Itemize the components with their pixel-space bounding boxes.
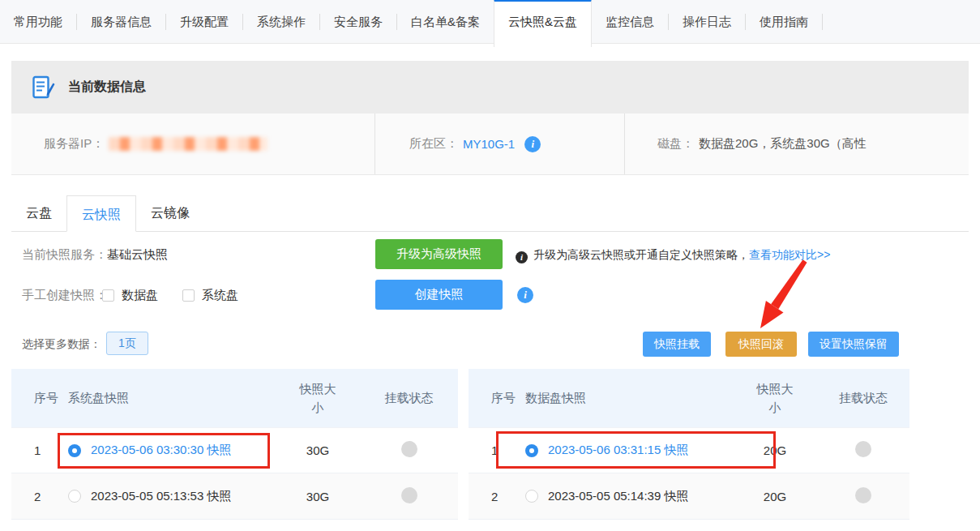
- snapshot-service-label: 当前快照服务：: [22, 239, 107, 270]
- table-header: 序号 系统盘快照 快照大小 挂载状态: [11, 369, 458, 428]
- upgrade-notice: i升级为高级云快照或开通自定义快照策略，查看功能对比>>: [516, 239, 830, 270]
- mount-status-dot: [855, 487, 871, 503]
- col-size-label: 快照大小: [755, 379, 794, 418]
- snapshot-service-value: 基础云快照: [107, 239, 168, 270]
- col-index: 序号: [469, 391, 525, 406]
- col-status: 挂载状态: [817, 391, 909, 406]
- snapshot-size: 20G: [733, 490, 817, 503]
- col-status: 挂载状态: [360, 391, 458, 406]
- snapshot-name: 2023-05-05 05:14:39 快照: [548, 489, 688, 504]
- radio-selected[interactable]: [68, 444, 81, 457]
- col-name: 系统盘快照: [68, 391, 276, 406]
- document-edit-icon: [32, 75, 55, 100]
- current-data-header: 当前数据信息: [11, 61, 969, 113]
- snapshot-size: 30G: [276, 490, 360, 503]
- server-ip-cell: 服务器IP：: [11, 113, 374, 174]
- data-disk-checkbox[interactable]: 数据盘: [102, 288, 158, 303]
- checkbox-icon[interactable]: [182, 289, 195, 302]
- radio-unselected[interactable]: [68, 490, 81, 503]
- tab-server-info[interactable]: 服务器信息: [77, 0, 165, 44]
- disk-value: 数据盘20G，系统盘30G（高性: [699, 136, 867, 152]
- tab-cloud-snapshot-disk[interactable]: 云快照&云盘: [494, 0, 592, 47]
- radio-unselected[interactable]: [525, 490, 538, 503]
- row-index: 2: [11, 490, 68, 503]
- col-size-label: 快照大小: [298, 379, 337, 418]
- notice-text: 升级为高级云快照或开通自定义快照策略，: [533, 248, 749, 261]
- feature-compare-link[interactable]: 查看功能对比>>: [749, 248, 830, 261]
- table-row: 2 2023-05-05 05:14:39 快照 20G: [469, 473, 909, 520]
- snapshot-mount-button[interactable]: 快照挂载: [643, 332, 711, 357]
- tab-security-service[interactable]: 安全服务: [320, 0, 396, 44]
- checkbox-icon[interactable]: [102, 289, 114, 302]
- more-data-label: 选择更多数据：: [22, 329, 101, 358]
- top-tab-bar: 常用功能 服务器信息 升级配置 系统操作 安全服务 白名单&备案 云快照&云盘 …: [0, 0, 980, 44]
- mount-status-dot: [855, 441, 871, 457]
- snapshot-retention-button[interactable]: 设置快照保留: [808, 332, 899, 357]
- system-disk-snapshot-table: 序号 系统盘快照 快照大小 挂载状态 1 2023-05-06 03:30:30…: [11, 369, 458, 520]
- page-1-button[interactable]: 1页: [106, 332, 148, 355]
- snapshot-management-page: 常用功能 服务器信息 升级配置 系统操作 安全服务 白名单&备案 云快照&云盘 …: [0, 0, 980, 531]
- data-disk-checkbox-label: 数据盘: [122, 288, 158, 303]
- create-snapshot-button[interactable]: 创建快照: [375, 280, 503, 310]
- tab-divider: [822, 14, 823, 30]
- disk-cell: 磁盘： 数据盘20G，系统盘30G（高性: [624, 113, 969, 174]
- data-disk-snapshot-table: 序号 数据盘快照 快照大小 挂载状态 1 2023-05-06 03:31:15…: [469, 369, 909, 520]
- snapshot-link[interactable]: 2023-05-06 03:31:15 快照: [548, 443, 688, 458]
- snapshot-rollback-button[interactable]: 快照回滚: [725, 332, 797, 357]
- row-index: 1: [469, 443, 525, 457]
- tab-upgrade-config[interactable]: 升级配置: [166, 0, 242, 44]
- col-index: 序号: [11, 391, 68, 406]
- zone-value: MY10G-1: [463, 137, 515, 151]
- radio-selected[interactable]: [525, 444, 538, 457]
- row-index: 2: [469, 490, 525, 503]
- mount-status-dot: [401, 441, 417, 457]
- table-row: 2 2023-05-05 05:13:53 快照 30G: [11, 473, 458, 520]
- zone-cell: 所在区： MY10G-1 i: [374, 113, 624, 174]
- tab-monitoring-info[interactable]: 监控信息: [592, 0, 668, 44]
- row-index: 1: [11, 443, 68, 457]
- subtab-cloud-disk[interactable]: 云盘: [11, 195, 66, 231]
- tab-common-functions[interactable]: 常用功能: [0, 0, 76, 44]
- zone-info-icon[interactable]: i: [524, 136, 541, 152]
- snapshot-size: 20G: [733, 443, 817, 457]
- table-row: 1 2023-05-06 03:30:30 快照 30G: [11, 428, 458, 473]
- table-header: 序号 数据盘快照 快照大小 挂载状态: [469, 369, 909, 428]
- system-disk-checkbox-label: 系统盘: [202, 288, 238, 303]
- snapshot-size: 30G: [276, 443, 360, 457]
- tab-system-operation[interactable]: 系统操作: [243, 0, 319, 44]
- sub-tab-bar: 云盘 云快照 云镜像: [11, 195, 969, 232]
- manual-create-row: 手工创建快照： 数据盘 系统盘 创建快照 i: [11, 280, 969, 310]
- zone-label: 所在区：: [409, 136, 458, 152]
- toolbar-row: 选择更多数据： 1页 快照挂载 快照回滚 设置快照保留: [11, 329, 969, 358]
- col-size: 快照大小: [733, 379, 817, 418]
- disk-label: 磁盘：: [657, 136, 694, 152]
- table-row: 1 2023-05-06 03:31:15 快照 20G: [469, 428, 909, 473]
- server-info-row: 服务器IP： 所在区： MY10G-1 i 磁盘： 数据盘20G，系统盘30G（…: [11, 113, 969, 175]
- upgrade-snapshot-button[interactable]: 升级为高级快照: [375, 239, 503, 269]
- subtab-cloud-image[interactable]: 云镜像: [136, 195, 204, 231]
- subtab-cloud-snapshot[interactable]: 云快照: [66, 195, 136, 232]
- tab-operation-log[interactable]: 操作日志: [669, 0, 745, 44]
- col-size: 快照大小: [276, 379, 360, 418]
- tab-user-guide[interactable]: 使用指南: [746, 0, 822, 44]
- notice-info-icon: i: [516, 251, 528, 263]
- col-name: 数据盘快照: [525, 391, 733, 406]
- system-disk-checkbox[interactable]: 系统盘: [182, 288, 238, 303]
- panel-title: 当前数据信息: [68, 79, 146, 96]
- snapshot-name: 2023-05-05 05:13:53 快照: [91, 489, 231, 504]
- snapshot-service-row: 当前快照服务： 基础云快照 升级为高级快照 i升级为高级云快照或开通自定义快照策…: [11, 239, 969, 270]
- manual-create-label: 手工创建快照：: [22, 280, 107, 310]
- server-ip-redacted-value: [109, 137, 267, 151]
- mount-status-dot: [401, 487, 417, 503]
- snapshot-link[interactable]: 2023-05-06 03:30:30 快照: [91, 443, 231, 458]
- create-snapshot-info-icon[interactable]: i: [517, 287, 533, 303]
- tab-whitelist-filing[interactable]: 白名单&备案: [397, 0, 494, 44]
- server-ip-label: 服务器IP：: [44, 136, 104, 152]
